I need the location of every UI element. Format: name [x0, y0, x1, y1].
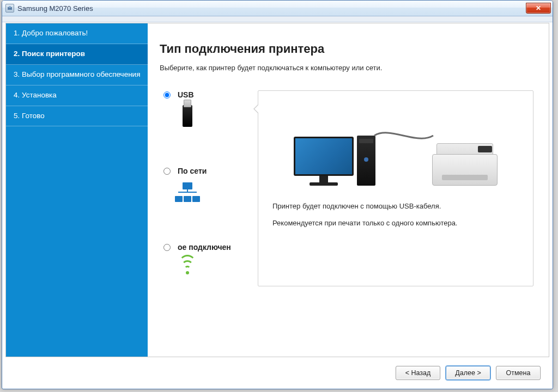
option-usb-label: USB — [178, 90, 194, 99]
cable-icon — [373, 125, 434, 146]
step-done[interactable]: 5. Готово — [6, 106, 148, 127]
option-network[interactable]: По сети — [161, 167, 251, 205]
network-icon — [175, 180, 200, 205]
wizard-footer: < Назад Далее > Отмена — [5, 360, 549, 385]
option-wireless[interactable]: ое подключен — [161, 243, 251, 281]
connection-area: USB По сети — [160, 90, 533, 286]
chrome-strip — [2, 16, 553, 22]
step-welcome[interactable]: 1. Добро пожаловать! — [6, 23, 148, 44]
usb-icon — [175, 103, 200, 128]
printer-icon — [432, 143, 498, 186]
wifi-icon — [175, 256, 200, 281]
titlebar[interactable]: Samsung M2070 Series ✕ — [2, 1, 553, 16]
cancel-button[interactable]: Отмена — [496, 366, 541, 380]
svg-rect-1 — [9, 6, 11, 8]
connection-options: USB По сети — [160, 90, 251, 286]
option-wireless-label: ое подключен — [178, 243, 231, 252]
tower-icon — [357, 136, 375, 186]
preview-line-2: Рекомендуется при печати только с одного… — [272, 219, 522, 227]
page-subtitle: Выберите, как принтер будет подключаться… — [160, 64, 533, 72]
app-icon — [5, 4, 14, 13]
step-search-printers[interactable]: 2. Поиск принтеров — [6, 44, 148, 65]
step-install[interactable]: 4. Установка — [6, 85, 148, 106]
monitor-icon — [294, 137, 354, 186]
step-select-software[interactable]: 3. Выбор программного обеспечения — [6, 65, 148, 85]
close-button[interactable]: ✕ — [526, 3, 551, 14]
preview-line-1: Принтер будет подключен с помощью USB-ка… — [272, 202, 522, 210]
window-title: Samsung M2070 Series — [17, 4, 93, 13]
close-icon: ✕ — [536, 4, 541, 12]
installer-window: Samsung M2070 Series ✕ 1. Добро пожалова… — [2, 0, 553, 389]
content-area: 1. Добро пожаловать! 2. Поиск принтеров … — [5, 23, 549, 357]
back-button[interactable]: < Назад — [396, 366, 440, 380]
option-usb[interactable]: USB — [161, 90, 251, 128]
main-panel: Тип подключения принтера Выберите, как п… — [148, 23, 549, 357]
page-heading: Тип подключения принтера — [160, 42, 533, 56]
connection-illustration — [269, 104, 522, 186]
option-network-label: По сети — [178, 167, 207, 175]
next-button[interactable]: Далее > — [446, 366, 490, 380]
radio-wireless[interactable] — [163, 244, 171, 251]
radio-usb[interactable] — [163, 91, 171, 99]
radio-network[interactable] — [163, 168, 171, 175]
wizard-steps-sidebar: 1. Добро пожаловать! 2. Поиск принтеров … — [6, 23, 148, 357]
connection-preview: Принтер будет подключен с помощью USB-ка… — [258, 90, 533, 286]
